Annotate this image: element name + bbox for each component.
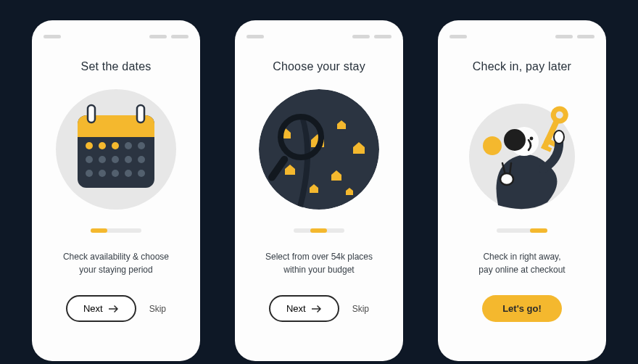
svg-point-20 — [138, 170, 145, 177]
screen-description: Check availability & choose your staying… — [63, 250, 169, 276]
svg-rect-3 — [78, 127, 154, 137]
arrow-right-icon — [109, 305, 119, 313]
notch-group — [555, 35, 594, 38]
svg-rect-5 — [137, 105, 144, 123]
next-button-label: Next — [83, 303, 103, 314]
calendar-illustration — [56, 89, 176, 210]
svg-point-29 — [483, 136, 502, 155]
notch-icon — [374, 35, 392, 38]
arrow-right-icon — [312, 305, 322, 313]
svg-point-18 — [112, 170, 119, 177]
progress-indicator — [91, 228, 141, 233]
progress-fill — [91, 228, 107, 233]
check-in-illustration — [462, 89, 582, 210]
svg-rect-4 — [88, 105, 95, 123]
svg-point-8 — [112, 142, 119, 149]
onboarding-screen-2: Choose your stay — [235, 20, 403, 361]
svg-point-9 — [125, 142, 132, 149]
svg-point-6 — [86, 142, 93, 149]
onboarding-screens: Set the dates — [0, 0, 638, 364]
svg-point-11 — [86, 156, 93, 163]
svg-point-19 — [125, 170, 132, 177]
notch-group — [352, 35, 392, 38]
next-button[interactable]: Next — [269, 295, 339, 322]
skip-link[interactable]: Skip — [149, 304, 166, 314]
notch-icon — [44, 35, 61, 38]
screen-title: Check in, pay later — [473, 60, 571, 73]
notch-icon — [171, 35, 188, 38]
svg-point-13 — [112, 156, 119, 163]
svg-point-10 — [138, 142, 145, 149]
screen-title: Set the dates — [81, 60, 152, 73]
search-houses-illustration — [259, 89, 379, 210]
svg-point-36 — [554, 131, 564, 144]
svg-point-12 — [99, 156, 106, 163]
next-button[interactable]: Next — [66, 295, 136, 322]
device-notches — [44, 35, 188, 38]
svg-point-28 — [530, 137, 534, 141]
svg-point-27 — [504, 129, 526, 151]
progress-fill — [530, 228, 547, 233]
device-notches — [450, 35, 594, 38]
notch-group — [149, 35, 188, 38]
notch-icon — [450, 35, 467, 38]
next-button-label: Next — [286, 303, 306, 314]
svg-point-16 — [86, 170, 93, 177]
notch-icon — [352, 35, 370, 38]
notch-icon — [555, 35, 573, 38]
notch-icon — [577, 35, 594, 38]
lets-go-button-label: Let's go! — [502, 303, 542, 314]
svg-point-14 — [125, 156, 132, 163]
svg-point-7 — [99, 142, 106, 149]
screen-description: Check in right away, pay online at check… — [478, 250, 565, 276]
svg-point-15 — [138, 156, 145, 163]
action-row: Next Skip — [66, 295, 166, 322]
svg-point-30 — [500, 173, 513, 185]
progress-fill — [310, 228, 327, 233]
skip-link[interactable]: Skip — [352, 304, 369, 314]
progress-indicator — [294, 228, 344, 233]
action-row: Next Skip — [269, 295, 369, 322]
onboarding-screen-3: Check in, pay later — [438, 20, 606, 361]
screen-title: Choose your stay — [273, 60, 365, 73]
onboarding-screen-1: Set the dates — [32, 20, 200, 361]
progress-indicator — [497, 228, 547, 233]
notch-icon — [246, 35, 264, 38]
screen-description: Select from over 54k places within your … — [265, 250, 373, 276]
action-row: Let's go! — [482, 295, 562, 322]
notch-icon — [149, 35, 167, 38]
device-notches — [246, 35, 392, 38]
lets-go-button[interactable]: Let's go! — [482, 295, 562, 322]
svg-point-17 — [99, 170, 106, 177]
